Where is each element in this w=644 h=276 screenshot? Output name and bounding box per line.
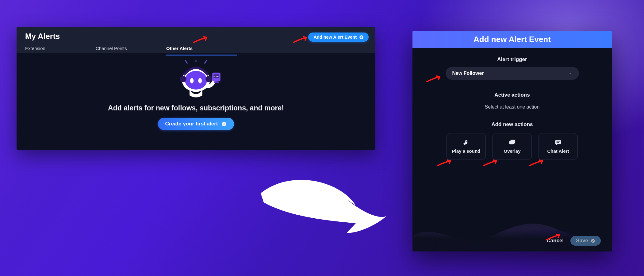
flow-arrow-illustration: [255, 172, 389, 239]
music-note-icon: [463, 139, 470, 146]
annotation-arrow-icon: [546, 234, 562, 241]
action-play-sound[interactable]: Play a sound: [447, 133, 486, 159]
plus-circle-icon: [221, 121, 227, 127]
svg-rect-13: [511, 140, 515, 143]
add-alert-event-modal: Add new Alert Event Alert trigger New Fo…: [412, 31, 612, 251]
save-button-label: Save: [576, 238, 588, 244]
annotation-arrow-icon: [426, 75, 443, 83]
annotation-arrow-icon: [193, 36, 210, 44]
active-actions-label: Active actions: [494, 92, 530, 98]
svg-text:ALERT: ALERT: [213, 75, 219, 77]
svg-point-5: [180, 76, 186, 82]
create-first-alert-button[interactable]: Create your first alert: [158, 118, 234, 130]
svg-point-2: [185, 71, 207, 90]
my-alerts-panel: My Alerts Extension Channel Points Other…: [17, 27, 375, 150]
svg-point-4: [198, 78, 202, 83]
overlay-icon: [509, 139, 516, 146]
save-button[interactable]: Save: [570, 236, 601, 246]
svg-point-3: [190, 78, 194, 83]
alerts-tabs: Extension Channel Points Other Alerts: [25, 44, 367, 56]
modal-title: Add new Alert Event: [412, 31, 612, 48]
tab-underline: [17, 53, 375, 53]
add-new-actions-label: Add new actions: [491, 121, 533, 128]
action-overlay[interactable]: Overlay: [493, 133, 532, 159]
empty-state-heading: Add alerts for new follows, subscription…: [108, 104, 284, 112]
annotation-arrow-icon: [293, 36, 309, 44]
modal-body: Alert trigger New Follower Active action…: [412, 48, 612, 159]
annotation-arrow-icon: [437, 159, 454, 167]
create-first-alert-label: Create your first alert: [165, 121, 218, 127]
action-chat-alert-label: Chat Alert: [547, 148, 569, 154]
svg-point-6: [205, 76, 212, 82]
tab-channel-points[interactable]: Channel Points: [96, 44, 166, 56]
chevron-down-icon: [568, 71, 572, 75]
modal-footer: Cancel Save: [412, 230, 612, 251]
action-overlay-label: Overlay: [504, 148, 520, 154]
add-alert-event-label: Add new Alert Event: [314, 35, 357, 40]
add-alert-event-button[interactable]: Add new Alert Event: [308, 33, 369, 42]
chat-icon: [555, 139, 562, 146]
active-actions-sub: Select at least one action: [485, 104, 540, 110]
annotation-arrow-icon: [483, 159, 500, 167]
tab-extension[interactable]: Extension: [25, 44, 96, 56]
alerts-empty-state: ALERT Add alerts for new follows, subscr…: [17, 53, 375, 150]
alert-trigger-select[interactable]: New Follower: [446, 67, 579, 80]
action-chat-alert[interactable]: Chat Alert: [539, 133, 578, 159]
tab-other-alerts[interactable]: Other Alerts: [166, 44, 237, 56]
action-play-sound-label: Play a sound: [452, 148, 481, 154]
action-cards: Play a sound Overlay Chat Alert: [447, 133, 578, 159]
check-circle-icon: [591, 239, 595, 243]
svg-rect-10: [214, 81, 219, 83]
svg-point-14: [591, 239, 595, 243]
annotation-arrow-icon: [529, 159, 546, 167]
alert-trigger-label: Alert trigger: [497, 56, 527, 63]
plus-circle-icon: [359, 35, 364, 40]
mascot-illustration: ALERT: [167, 60, 225, 100]
alert-trigger-value: New Follower: [452, 71, 484, 76]
